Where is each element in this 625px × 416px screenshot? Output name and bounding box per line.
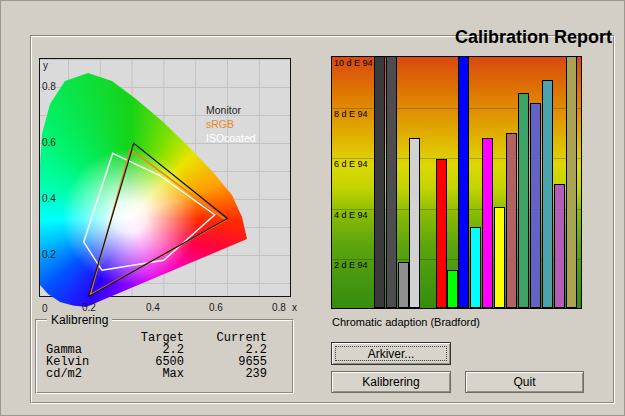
bar-slate-blue bbox=[530, 103, 541, 308]
cie-chromaticity-plot: y x 0 MonitorsRGBISOcoated 0.80.60.40.20… bbox=[39, 58, 291, 297]
bar-gray bbox=[398, 262, 409, 308]
current-value: 239 bbox=[197, 368, 267, 380]
de-axis-label: 6 d E 94 bbox=[334, 159, 368, 169]
archive-button[interactable]: Arkiver... bbox=[331, 342, 451, 365]
target-value: Max bbox=[106, 368, 184, 380]
de-axis-label: 8 d E 94 bbox=[334, 109, 368, 119]
x-tick-label: 0.6 bbox=[209, 302, 229, 313]
x-axis-label: x bbox=[292, 302, 297, 313]
archive-button-label: Arkiver... bbox=[368, 347, 415, 361]
y-tick-label: 0.6 bbox=[42, 137, 62, 148]
y-tick-label: 0.8 bbox=[42, 81, 62, 92]
groupbox-title: Kalibrering bbox=[47, 313, 112, 327]
legend-item-srgb: sRGB bbox=[206, 117, 256, 131]
delta-e-chart: 10 d E 948 d E 946 d E 944 d E 942 d E 9… bbox=[331, 56, 582, 309]
legend-item-isocoated: ISOcoated bbox=[206, 131, 256, 145]
bar-rosy-brown bbox=[506, 133, 517, 308]
bar-orchid bbox=[554, 184, 565, 308]
table-row-cdm2: cd/m2 Max 239 bbox=[36, 368, 293, 380]
y-tick-label: 0.4 bbox=[42, 193, 62, 204]
bar-sea-green bbox=[518, 93, 529, 308]
bar-cyan bbox=[470, 227, 481, 308]
gamut-monitor bbox=[89, 143, 228, 296]
quit-button[interactable]: Quit bbox=[465, 371, 584, 393]
kalibrering-groupbox: Kalibrering Target Current Gamma 2.2 2.2… bbox=[35, 319, 294, 394]
bar-magenta bbox=[482, 138, 493, 308]
bar-dark-gray-1 bbox=[374, 56, 385, 308]
bar-teal bbox=[542, 80, 553, 308]
x-tick-label: 0.2 bbox=[82, 302, 102, 313]
bar-blue bbox=[458, 56, 469, 308]
y-tick-label: 0.2 bbox=[42, 249, 62, 260]
x-tick-label: 0.4 bbox=[146, 302, 166, 313]
quit-button-label: Quit bbox=[513, 375, 535, 389]
bar-red bbox=[436, 159, 447, 308]
de-axis-label: 10 d E 94 bbox=[334, 58, 373, 68]
bar-light-gray bbox=[409, 138, 420, 308]
x-tick-label: 0.8 bbox=[272, 302, 292, 313]
gamut-isocoated bbox=[84, 153, 215, 270]
de-axis-label: 2 d E 94 bbox=[334, 260, 368, 270]
bar-dark-gray-2 bbox=[386, 56, 397, 308]
calibration-report-window: Calibration Report y x 0 MonitorsRGBISOc… bbox=[0, 0, 625, 416]
de-axis-label: 4 d E 94 bbox=[334, 210, 368, 220]
row-label: cd/m2 bbox=[46, 368, 82, 380]
y-axis-label: y bbox=[43, 60, 48, 71]
cie-legend: MonitorsRGBISOcoated bbox=[206, 103, 256, 145]
bar-dark-khaki bbox=[566, 56, 577, 308]
chart-caption: Chromatic adaption (Bradford) bbox=[332, 316, 480, 328]
bar-yellow bbox=[494, 207, 505, 308]
calibrate-button[interactable]: Kalibrering bbox=[331, 371, 451, 393]
calibrate-button-label: Kalibrering bbox=[362, 375, 419, 389]
page-title: Calibration Report bbox=[301, 27, 612, 48]
legend-item-monitor: Monitor bbox=[206, 103, 256, 117]
kalibrering-groupbox-inner: Kalibrering Target Current Gamma 2.2 2.2… bbox=[36, 320, 293, 393]
cie-gamuts-svg bbox=[40, 59, 292, 309]
bar-green bbox=[447, 270, 458, 308]
